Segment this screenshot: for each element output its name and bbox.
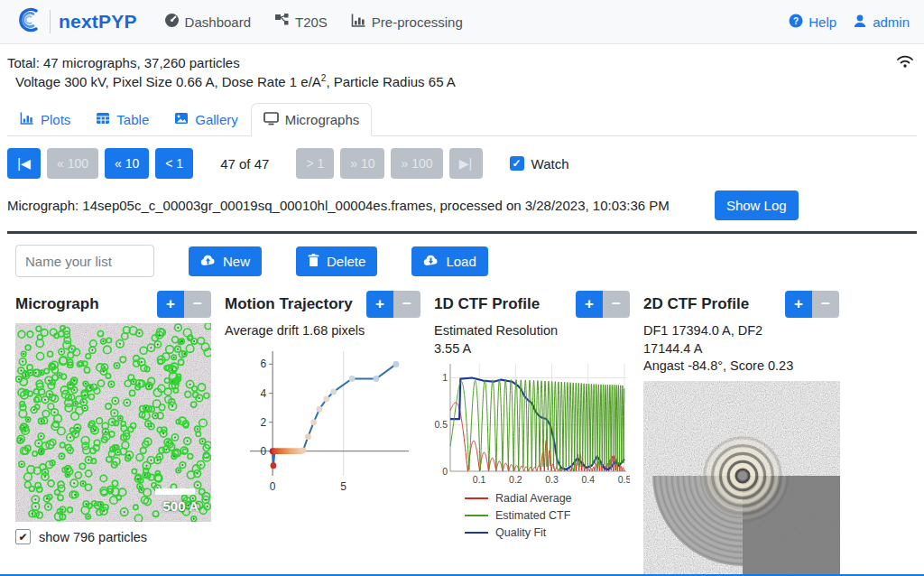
brand-divider xyxy=(50,10,51,33)
ctf1d-zoom-in-button[interactable]: + xyxy=(576,291,603,318)
help-link[interactable]: ? Help xyxy=(789,14,836,31)
user-icon xyxy=(853,14,867,31)
new-list-button[interactable]: New xyxy=(189,246,262,276)
ctf2d-panel-title: 2D CTF Profile xyxy=(643,295,749,313)
cloud-download-icon xyxy=(423,254,439,269)
back-10-button[interactable]: « 10 xyxy=(105,148,149,179)
nav-item-label: Pre-processing xyxy=(372,14,463,30)
nav-item-preprocessing[interactable]: Pre-processing xyxy=(351,13,463,31)
view-tabs: Plots Table Gallery Micrographs xyxy=(7,103,917,136)
nav-item-label: T20S xyxy=(295,14,328,30)
delete-list-label: Delete xyxy=(327,254,365,269)
motion-zoom-in-button[interactable]: + xyxy=(366,291,393,318)
delete-list-button[interactable]: Delete xyxy=(296,246,377,276)
svg-text:0.5: 0.5 xyxy=(618,474,630,485)
back-1-button[interactable]: < 1 xyxy=(155,148,193,179)
motion-panel-head: Motion Trajectory + − xyxy=(225,290,420,318)
user-menu[interactable]: admin xyxy=(853,14,910,31)
motion-panel-title: Motion Trajectory xyxy=(225,295,353,313)
pager-left-group: |◀ « 100 « 10 < 1 xyxy=(7,148,193,179)
ctf2d-image[interactable] xyxy=(643,381,839,574)
ctf1d-panel: 1D CTF Profile + − Estimated Resolution … xyxy=(434,290,630,574)
scale-bar xyxy=(155,488,195,495)
forward-100-button[interactable]: » 100 xyxy=(391,148,442,179)
ctf2d-subtitle-line: Angast -84.8°, Score 0.23 xyxy=(643,358,839,376)
micrograph-filename: Micrograph: 14sep05c_c_00003gr_00019sq_0… xyxy=(7,198,670,213)
ctf2d-zoom-in-button[interactable]: + xyxy=(785,291,812,318)
motion-subtitle: Average drift 1.68 pixels xyxy=(225,322,420,340)
legend-label: Quality Fit xyxy=(495,526,546,539)
micrograph-zoom-in-button[interactable]: + xyxy=(157,291,184,318)
svg-text:6: 6 xyxy=(260,358,266,370)
legend-item: Estimated CTF xyxy=(465,506,630,524)
ctf2d-size-controls: + − xyxy=(785,291,839,318)
micrograph-image[interactable]: 500 A xyxy=(15,323,211,522)
svg-text:2: 2 xyxy=(260,415,266,428)
forward-10-button[interactable]: » 10 xyxy=(340,148,384,179)
plots-icon xyxy=(20,111,34,128)
legend-swatch-radial-average xyxy=(465,497,488,499)
ctf2d-subtitle-line: DF1 17394.0 A, DF2 xyxy=(643,322,839,340)
last-page-button[interactable]: ▶| xyxy=(449,148,483,179)
forward-1-button[interactable]: > 1 xyxy=(296,148,334,179)
micrograph-panel: Micrograph + − 500 A show 796 particles xyxy=(15,290,211,574)
ctf1d-chart: 00.510.10.20.30.40.5 xyxy=(434,359,630,488)
load-list-button[interactable]: Load xyxy=(411,246,487,276)
pagination-bar: |◀ « 100 « 10 < 1 47 of 47 > 1 » 10 » 10… xyxy=(7,148,917,179)
show-log-button[interactable]: Show Log xyxy=(715,190,799,220)
svg-text:0: 0 xyxy=(270,480,276,493)
bar-chart-icon xyxy=(351,13,366,31)
watch-checkbox[interactable] xyxy=(510,156,524,171)
gallery-icon xyxy=(174,111,189,128)
list-name-input[interactable] xyxy=(15,245,154,277)
cloud-upload-icon xyxy=(200,254,216,269)
details-suffix: , Particle Radius 65 A xyxy=(326,74,455,89)
page-counter: 47 of 47 xyxy=(220,156,269,172)
acquisition-details: Voltage 300 kV, Pixel Size 0.66 A, Dose … xyxy=(15,73,917,89)
motion-zoom-out-button[interactable]: − xyxy=(393,291,420,318)
ctf2d-subtitle: DF1 17394.0 A, DF2 17144.4 A Angast -84.… xyxy=(643,322,839,376)
ctf1d-subtitle: Estimated Resolution 3.55 A xyxy=(434,322,630,358)
tab-gallery[interactable]: Gallery xyxy=(162,103,251,136)
svg-text:4: 4 xyxy=(260,386,266,399)
user-label: admin xyxy=(873,14,910,30)
legend-label: Radial Average xyxy=(495,492,572,505)
brand-name: nextPYP xyxy=(59,11,137,33)
micrographs-icon xyxy=(263,111,279,128)
new-list-label: New xyxy=(223,254,250,269)
brand[interactable]: nextPYP xyxy=(14,6,137,37)
tab-plots[interactable]: Plots xyxy=(7,103,83,136)
tab-micrographs[interactable]: Micrographs xyxy=(251,103,373,136)
result-panels: Micrograph + − 500 A show 796 particles … xyxy=(15,290,917,574)
ctf1d-panel-head: 1D CTF Profile + − xyxy=(434,290,630,318)
tab-label: Table xyxy=(116,112,149,127)
micrograph-size-controls: + − xyxy=(157,291,211,318)
nextpyp-logo-icon xyxy=(14,6,42,37)
details-prefix: Voltage 300 kV, Pixel Size 0.66 A, Dose … xyxy=(15,74,321,89)
ctf1d-size-controls: + − xyxy=(576,291,630,318)
svg-text:?: ? xyxy=(793,15,799,25)
scale-label: 500 A xyxy=(163,499,199,513)
list-controls: New Delete Load xyxy=(15,245,917,277)
ctf2d-zoom-out-button[interactable]: − xyxy=(812,291,839,318)
legend-swatch-quality-fit xyxy=(465,532,488,534)
ctf1d-zoom-out-button[interactable]: − xyxy=(603,291,630,318)
main-content: Total: 47 micrographs, 37,260 particles … xyxy=(0,44,924,574)
trash-icon xyxy=(308,254,319,269)
micrograph-info-row: Micrograph: 14sep05c_c_00003gr_00019sq_0… xyxy=(7,190,917,234)
ctf2d-panel: 2D CTF Profile + − DF1 17394.0 A, DF2 17… xyxy=(643,290,839,574)
ctf1d-subtitle-line: 3.55 A xyxy=(434,340,630,358)
back-100-button[interactable]: « 100 xyxy=(47,148,98,179)
table-icon xyxy=(96,111,110,128)
svg-text:0.3: 0.3 xyxy=(545,474,559,485)
first-page-button[interactable]: |◀ xyxy=(7,148,41,179)
nav-item-project[interactable]: T20S xyxy=(274,13,328,31)
help-label: Help xyxy=(808,14,836,30)
nav-item-dashboard[interactable]: Dashboard xyxy=(164,13,251,31)
micrograph-zoom-out-button[interactable]: − xyxy=(184,291,211,318)
show-particles-checkbox[interactable] xyxy=(15,529,31,544)
tab-table[interactable]: Table xyxy=(83,103,162,136)
ctf1d-legend: Radial Average Estimated CTF Quality Fit xyxy=(465,489,630,541)
ctf2d-subtitle-line: 17144.4 A xyxy=(643,340,839,358)
micrograph-panel-title: Micrograph xyxy=(15,295,99,313)
